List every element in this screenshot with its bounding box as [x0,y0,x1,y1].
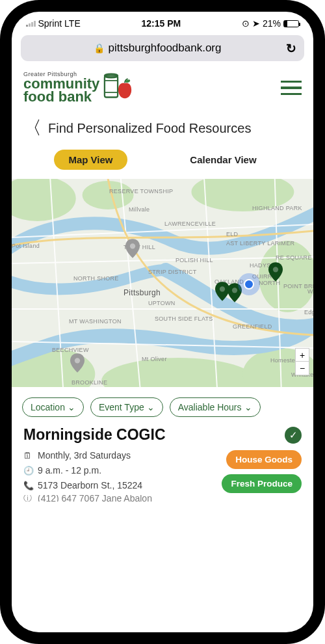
menu-button[interactable] [281,81,302,96]
map-label: GREENFIELD [233,323,272,330]
svg-point-17 [232,288,237,293]
location-arrow-icon: ➤ [252,18,260,29]
svg-point-14 [75,358,80,364]
site-logo[interactable]: Greater Pittsburgh community food bank [23,72,133,104]
listing-phone: (412) 647 7067 Jane Abalon [38,495,152,502]
map-label: Reserve Township [109,188,173,195]
filter-location[interactable]: Location ⌄ [22,397,84,417]
listing-details: 🗓 Monthly, 3rd Saturdays 🕘 9 a.m. - 12 p… [23,450,215,506]
zoom-in-button[interactable]: + [296,349,309,362]
tag-house-goods: House Goods [226,450,302,469]
page-title: Find Personalized Food Resources [48,121,251,136]
alarm-icon: ⊙ [242,18,250,29]
svg-point-13 [130,244,135,249]
listing-address: 5173 Dearborn St., 15224 [38,480,142,490]
filter-available-hours[interactable]: Avaliable Hours ⌄ [170,397,261,417]
chevron-down-icon: ⌄ [147,402,155,412]
map-label: MT WASHINGTON [69,318,122,325]
ios-status-bar: Sprint LTE 12:15 PM ⊙ ➤ 21% [12,12,313,31]
map-zoom-controls: + − [295,348,309,375]
carrier-label: Sprint [38,18,62,29]
verified-check-icon: ✓ [285,427,302,444]
listing-card[interactable]: Morningside COGIC ✓ 🗓 Monthly, 3rd Satur… [12,426,313,506]
filter-event-type[interactable]: Event Type ⌄ [90,397,163,417]
can-apple-icon [103,72,133,103]
battery-pct: 21% [263,18,281,29]
clock-icon: 🕘 [23,466,32,476]
tag-fresh-produce: Fresh Produce [222,474,302,493]
filter-label: Location [31,402,65,412]
back-icon[interactable]: 〈 [23,116,42,141]
info-icon: ⓘ [23,495,32,502]
site-header: Greater Pittsburgh community food bank [12,68,313,109]
chevron-down-icon: ⌄ [68,402,75,412]
status-right: ⊙ ➤ 21% [242,18,299,29]
chevron-down-icon: ⌄ [244,402,252,412]
status-left: Sprint LTE [26,18,81,29]
listing-schedule: Monthly, 3rd Saturdays [38,450,131,461]
listing-title: Morningside COGIC [23,426,166,444]
svg-point-7 [83,181,134,209]
lock-icon: 🔒 [94,43,105,53]
map-label: UPTOWN [148,300,176,306]
map-label: RE SQUARE [276,254,312,261]
listing-tags: House Goods Fresh Produce [222,450,302,506]
zoom-out-button[interactable]: − [296,362,309,375]
phone-icon: 📞 [23,481,32,490]
map-user-location [238,273,260,295]
browser-url-bar[interactable]: 🔒 pittsburghfoodbank.org ↻ [21,35,304,61]
map-label: NORTH SHORE [73,275,119,282]
url-text: pittsburghfoodbank.org [109,42,222,55]
logo-line2: food bank [23,90,99,104]
view-toggle: Map View Calendar View [12,150,313,179]
calendar-icon: 🗓 [23,451,32,461]
filter-label: Avaliable Hours [178,402,242,412]
phone-frame: Sprint LTE 12:15 PM ⊙ ➤ 21% 🔒 pittsburgh… [0,0,325,644]
map-label: BROOKLINE [72,379,107,386]
filter-row: Location ⌄ Event Type ⌄ Avaliable Hours … [12,387,313,426]
map-label: Mt Oliver [142,356,167,362]
svg-point-16 [220,287,225,292]
tab-calendar-view[interactable]: Calendar View [176,150,270,170]
map-city-label: Pittsburgh [124,288,161,297]
phone-screen: Sprint LTE 12:15 PM ⊙ ➤ 21% 🔒 pittsburgh… [12,12,313,632]
map-label: Edge [304,309,313,315]
map-label: ELD [226,231,238,237]
map-label: LAWRENCEVILLE [164,221,216,227]
network-label: LTE [64,18,81,29]
map-label: POLISH HILL [176,257,213,263]
map-label: BEECHVIEW [52,347,89,353]
map-area[interactable]: Reserve Township Millvale HIGHLAND PARK … [12,179,313,387]
svg-point-15 [273,267,278,273]
battery-icon [283,20,299,27]
map-label: HIGHLAND PARK [252,205,302,211]
map-label: Wil [307,288,313,295]
signal-icon [26,20,36,27]
svg-rect-0 [105,76,118,98]
map-label: Millvale [129,206,150,213]
listing-hours: 9 a.m. - 12 p.m. [38,465,101,476]
filter-label: Event Type [99,402,144,412]
tab-map-view[interactable]: Map View [54,150,127,170]
map-label: SOUTH SIDE FLATS [155,315,213,322]
map-label: AST LIBERTY LARIMER [226,240,294,247]
page-title-row: 〈 Find Personalized Food Resources [12,109,313,150]
clock: 12:15 PM [141,18,181,29]
refresh-icon[interactable]: ↻ [286,41,296,56]
map-label: Pot Island [12,243,40,249]
map-label: STRIP DISTRICT [148,269,197,275]
